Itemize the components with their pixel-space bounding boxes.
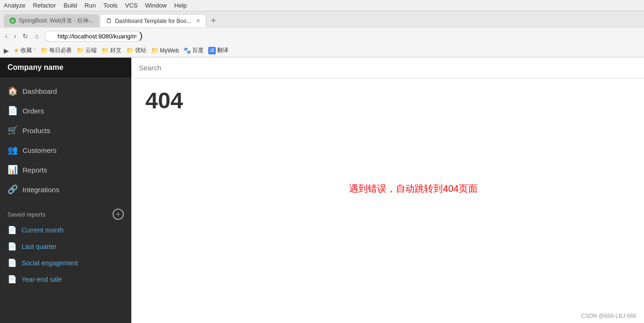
app-container: Company name 🏠 Dashboard 📄 Orders 🛒 Prod…: [0, 58, 644, 323]
good-articles-label: 好文: [110, 46, 121, 54]
sidebar-label-products: Products: [23, 127, 50, 135]
menu-build[interactable]: Build: [63, 2, 77, 9]
bookmark-favorites[interactable]: ★ 收藏 ˅: [14, 46, 36, 54]
translate-label: 翻译: [217, 46, 228, 54]
last-quarter-icon: 📄: [8, 242, 17, 251]
saved-reports-label: Saved reports: [8, 211, 45, 218]
new-tab-button[interactable]: +: [209, 16, 218, 26]
myweb-label: MyWeb: [160, 47, 179, 54]
year-end-sale-label: Year-end sale: [22, 276, 62, 283]
sidebar-item-dashboard[interactable]: 🏠 Dashboard: [0, 81, 131, 101]
daily-label: 每日必善: [49, 46, 72, 54]
reports-icon: 📊: [8, 165, 18, 175]
sidebar-label-customers: Customers: [23, 146, 57, 154]
favorites-icon: ★: [14, 47, 19, 54]
address-bar: ‹ › ↻ ⌂ 🔒: [0, 28, 644, 44]
forward-button[interactable]: ›: [13, 32, 18, 40]
sidebar: Company name 🏠 Dashboard 📄 Orders 🛒 Prod…: [0, 58, 131, 323]
back-button[interactable]: ‹: [4, 32, 9, 40]
customers-icon: 👥: [8, 145, 18, 155]
baidu-icon: 🐾: [183, 47, 191, 54]
main-header: [131, 58, 644, 78]
tab-label-dashboard: Dashboard Template for Boo...: [115, 18, 191, 24]
saved-item-last-quarter[interactable]: 📄 Last quarter: [0, 238, 131, 255]
bookmark-daily[interactable]: 📁 每日必善: [40, 46, 72, 54]
translate-icon: 译: [208, 47, 216, 54]
cloud-label: 云端: [85, 46, 97, 54]
home-button[interactable]: ⌂: [33, 32, 40, 40]
sidebar-label-orders: Orders: [23, 107, 44, 115]
sidebar-item-customers[interactable]: 👥 Customers: [0, 140, 131, 160]
bookmark-youzhan[interactable]: 📁 优站: [126, 46, 146, 54]
sidebar-item-orders[interactable]: 📄 Orders: [0, 101, 131, 120]
sidebar-nav: 🏠 Dashboard 📄 Orders 🛒 Products 👥 Custom…: [0, 77, 131, 203]
search-input[interactable]: [139, 64, 636, 72]
products-icon: 🛒: [8, 125, 18, 135]
baidu-label: 百度: [192, 46, 204, 54]
menu-window[interactable]: Window: [145, 2, 167, 9]
tab-close-button[interactable]: ✕: [196, 18, 200, 24]
bookmark-good-articles[interactable]: 📁 好文: [101, 46, 121, 54]
sidebar-item-reports[interactable]: 📊 Reports: [0, 160, 131, 180]
reload-button[interactable]: ↻: [21, 32, 30, 40]
menu-analyze[interactable]: Analyze: [4, 2, 25, 9]
current-month-icon: 📄: [8, 225, 17, 234]
tab-springboot[interactable]: e SpringBoot: Web开发 - 狂神...: [4, 14, 99, 27]
sidebar-label-dashboard: Dashboard: [23, 87, 57, 95]
menu-tools[interactable]: Tools: [103, 2, 117, 9]
address-input[interactable]: [44, 31, 142, 42]
youzhan-icon: 📁: [126, 47, 134, 54]
social-engagement-label: Social engagement: [22, 259, 78, 267]
menu-run[interactable]: Run: [84, 2, 96, 9]
sidebar-label-integrations: Integrations: [23, 186, 59, 194]
saved-item-current-month[interactable]: 📄 Current month: [0, 222, 131, 238]
bookmark-myweb[interactable]: 📁 MyWeb: [151, 47, 179, 54]
daily-folder-icon: 📁: [40, 47, 48, 54]
tab-dashboard[interactable]: 🗒 Dashboard Template for Boo... ✕: [100, 14, 206, 27]
add-saved-report-button[interactable]: +: [113, 209, 124, 220]
tab-bar: e SpringBoot: Web开发 - 狂神... 🗒 Dashboard …: [0, 11, 644, 28]
menu-refactor[interactable]: Refactor: [33, 2, 56, 9]
favorites-label: 收藏: [21, 46, 32, 54]
bookmark-translate[interactable]: 译 翻译: [208, 46, 228, 54]
sidebar-item-integrations[interactable]: 🔗 Integrations: [0, 180, 131, 199]
youzhan-label: 优站: [135, 46, 146, 54]
menu-vcs[interactable]: VCS: [125, 2, 138, 9]
saved-item-year-end-sale[interactable]: 📄 Year-end sale: [0, 271, 131, 287]
social-engagement-icon: 📄: [8, 258, 17, 267]
address-wrapper: 🔒: [44, 31, 279, 42]
tab-label-springboot: SpringBoot: Web开发 - 狂神...: [19, 17, 93, 25]
error-code: 404: [145, 88, 630, 113]
sidebar-item-products[interactable]: 🛒 Products: [0, 120, 131, 140]
dashboard-icon: 🏠: [8, 86, 18, 96]
ide-menubar: Analyze Refactor Build Run Tools VCS Win…: [0, 0, 644, 11]
company-name: Company name: [0, 58, 131, 77]
bookmark-cloud[interactable]: 📁 云端: [76, 46, 97, 54]
main-content: 404 遇到错误，自动跳转到404页面: [131, 58, 644, 323]
last-quarter-label: Last quarter: [22, 243, 57, 250]
orders-icon: 📄: [8, 105, 18, 116]
cloud-folder-icon: 📁: [76, 47, 84, 54]
tab-icon-dashboard: 🗒: [106, 17, 112, 24]
csdn-watermark: CSDN @666-LBJ-666: [581, 313, 636, 319]
menu-help[interactable]: Help: [174, 2, 187, 9]
saved-reports-section: Saved reports +: [0, 203, 131, 222]
error-message: 遇到错误，自动跳转到404页面: [349, 182, 477, 195]
page-body: 404 遇到错误，自动跳转到404页面: [131, 78, 644, 323]
integrations-icon: 🔗: [8, 184, 18, 195]
sidebar-label-reports: Reports: [23, 166, 47, 174]
bookmarks-bar: ▶ ★ 收藏 ˅ 📁 每日必善 📁 云端 📁 好文 📁 优站 📁 MyWeb 🐾: [0, 44, 644, 57]
myweb-icon: 📁: [151, 47, 159, 54]
tab-favicon-springboot: e: [9, 17, 16, 24]
year-end-sale-icon: 📄: [8, 275, 17, 284]
browser-chrome: e SpringBoot: Web开发 - 狂神... 🗒 Dashboard …: [0, 11, 644, 58]
bookmarks-expand[interactable]: ▶: [4, 47, 9, 54]
good-articles-icon: 📁: [101, 47, 109, 54]
saved-item-social-engagement[interactable]: 📄 Social engagement: [0, 255, 131, 271]
bookmark-baidu[interactable]: 🐾 百度: [183, 46, 204, 54]
current-month-label: Current month: [22, 226, 63, 234]
